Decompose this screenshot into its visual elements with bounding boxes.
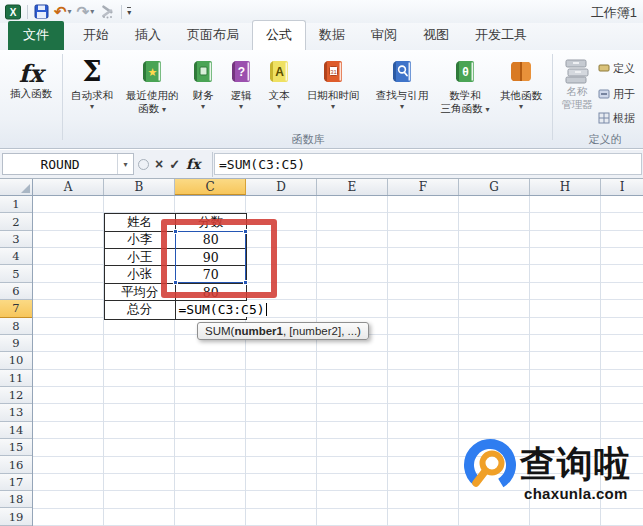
row-header[interactable]: 13: [0, 404, 32, 421]
redo-dropdown-caret[interactable]: ▾: [90, 7, 94, 16]
save-icon[interactable]: [33, 3, 50, 21]
tab-home[interactable]: 开始: [70, 21, 122, 50]
undo-icon: ↶: [54, 4, 67, 19]
select-all-corner[interactable]: [0, 179, 33, 195]
text-button[interactable]: A 文本 ▾: [260, 53, 298, 112]
column-header[interactable]: F: [388, 179, 459, 195]
column-header[interactable]: C: [175, 179, 246, 195]
row-header[interactable]: 19: [0, 508, 32, 525]
row-header[interactable]: 3: [0, 231, 32, 248]
row-header[interactable]: 4: [0, 248, 32, 265]
row-header[interactable]: 8: [0, 318, 32, 335]
redo-button[interactable]: ↷ ▾: [76, 3, 96, 21]
row-number: 10: [9, 353, 24, 367]
math-trig-button[interactable]: θ 数学和 三角函数 ▾: [436, 53, 494, 115]
column-header[interactable]: I: [601, 179, 643, 195]
math-book-icon: θ: [452, 59, 478, 85]
logical-button[interactable]: ? 逻辑 ▾: [222, 53, 260, 112]
date-time-button[interactable]: 31 日期和时间 ▾: [298, 53, 368, 112]
tab-developer[interactable]: 开发工具: [462, 21, 540, 50]
row-number: 8: [12, 319, 19, 333]
recently-used-label-1: 最近使用的: [126, 89, 179, 102]
tab-review[interactable]: 审阅: [358, 21, 410, 50]
group-separator: [552, 54, 553, 140]
row-header[interactable]: 14: [0, 422, 32, 439]
tab-file[interactable]: 文件: [8, 21, 64, 50]
row-number: 15: [9, 440, 24, 454]
row-header[interactable]: 17: [0, 474, 32, 491]
use-in-formula-button[interactable]: 用于: [598, 86, 635, 102]
dimmed-circle-icon: [138, 159, 149, 170]
column-letter: F: [419, 180, 427, 194]
column-header[interactable]: A: [33, 179, 104, 195]
define-name-label: 定义: [613, 61, 635, 76]
recently-used-button[interactable]: ★ 最近使用的 函数 ▾: [120, 53, 184, 115]
row-number: 16: [9, 458, 24, 472]
create-from-selection-button[interactable]: 根据: [598, 110, 635, 126]
enter-formula-button[interactable]: ✓: [169, 157, 180, 172]
date-time-caret[interactable]: ▾: [331, 102, 335, 112]
row-header[interactable]: 10: [0, 352, 32, 369]
row-header[interactable]: 1: [0, 196, 32, 213]
name-manager-button[interactable]: 名称 管理器: [554, 55, 600, 111]
defined-names-group-label: 定义的: [575, 132, 635, 146]
define-name-button[interactable]: 定义: [598, 60, 635, 76]
column-header[interactable]: H: [530, 179, 601, 195]
financial-caret[interactable]: ▾: [201, 102, 205, 112]
text-caret[interactable]: ▾: [277, 102, 281, 112]
column-header[interactable]: D: [246, 179, 317, 195]
insert-function-button[interactable]: fx 插入函数: [2, 53, 60, 143]
name-cell[interactable]: 总分: [105, 301, 176, 318]
tab-formulas[interactable]: 公式: [252, 20, 306, 50]
more-functions-books-icon: [507, 59, 535, 85]
name-box-dropdown-caret[interactable]: ▾: [117, 154, 133, 174]
fx-icon: fx: [19, 61, 44, 87]
tab-page-layout[interactable]: 页面布局: [174, 21, 252, 50]
row-header[interactable]: 12: [0, 387, 32, 404]
name-box[interactable]: ROUND ▾: [2, 153, 134, 175]
lookup-reference-button[interactable]: 查找与引用 ▾: [368, 53, 436, 112]
row-number: 14: [9, 423, 24, 437]
more-functions-button[interactable]: 其他函数 ▾: [494, 53, 548, 112]
lookup-caret[interactable]: ▾: [400, 102, 404, 112]
autosum-button[interactable]: Σ 自动求和 ▾: [64, 53, 120, 112]
recently-used-caret[interactable]: ▾: [162, 105, 166, 114]
row-number: 3: [12, 232, 19, 246]
undo-dropdown-caret[interactable]: ▾: [68, 7, 72, 16]
row-header[interactable]: 18: [0, 491, 32, 508]
formula-input[interactable]: =SUM(C3:C5): [214, 153, 642, 175]
row-header[interactable]: 11: [0, 370, 32, 387]
financial-button[interactable]: 财务 ▾: [184, 53, 222, 112]
tab-insert[interactable]: 插入: [122, 21, 174, 50]
column-header[interactable]: B: [104, 179, 175, 195]
customize-qat-dropdown[interactable]: ▾: [127, 7, 131, 17]
column-header[interactable]: G: [459, 179, 530, 195]
math-trig-caret[interactable]: ▾: [485, 105, 489, 114]
row-header[interactable]: 16: [0, 456, 32, 473]
undo-button[interactable]: ↶ ▾: [53, 3, 73, 21]
tab-view[interactable]: 视图: [410, 21, 462, 50]
row-number: 4: [12, 249, 19, 263]
insert-function-fx-button[interactable]: fx: [186, 156, 200, 172]
column-header[interactable]: E: [317, 179, 388, 195]
row-header[interactable]: 7: [0, 300, 32, 317]
excel-logo-icon[interactable]: X: [4, 3, 22, 21]
tools-icon[interactable]: [98, 3, 116, 21]
red-annotation-rectangle: [161, 219, 277, 298]
row-header[interactable]: 2: [0, 213, 32, 230]
editing-cell-c7[interactable]: =SUM(C3:C5): [177, 301, 270, 317]
tab-data[interactable]: 数据: [306, 21, 358, 50]
use-in-formula-icon: [598, 88, 610, 100]
formula-bar-buttons: × ✓ fx: [138, 153, 200, 175]
row-header[interactable]: 15: [0, 439, 32, 456]
row-header[interactable]: 9: [0, 335, 32, 352]
row-number: 13: [9, 405, 24, 419]
autosum-dropdown-caret[interactable]: ▾: [90, 102, 94, 112]
logical-caret[interactable]: ▾: [239, 102, 243, 112]
row-header[interactable]: 6: [0, 283, 32, 300]
cancel-formula-button[interactable]: ×: [155, 156, 163, 172]
column-headers: A B C D E F: [33, 179, 643, 195]
row-header[interactable]: 5: [0, 265, 32, 282]
row-headers: 1 2 3 4 5 6: [0, 196, 33, 526]
more-functions-caret[interactable]: ▾: [519, 102, 523, 112]
